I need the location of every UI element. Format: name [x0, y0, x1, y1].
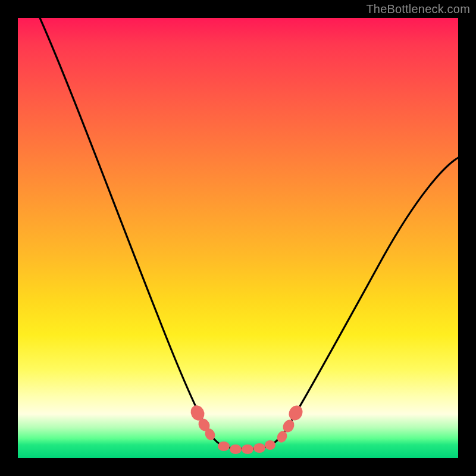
watermark-text: TheBottleneck.com	[366, 2, 470, 16]
chart-frame: TheBottleneck.com	[0, 0, 476, 476]
plot-background	[18, 18, 458, 458]
